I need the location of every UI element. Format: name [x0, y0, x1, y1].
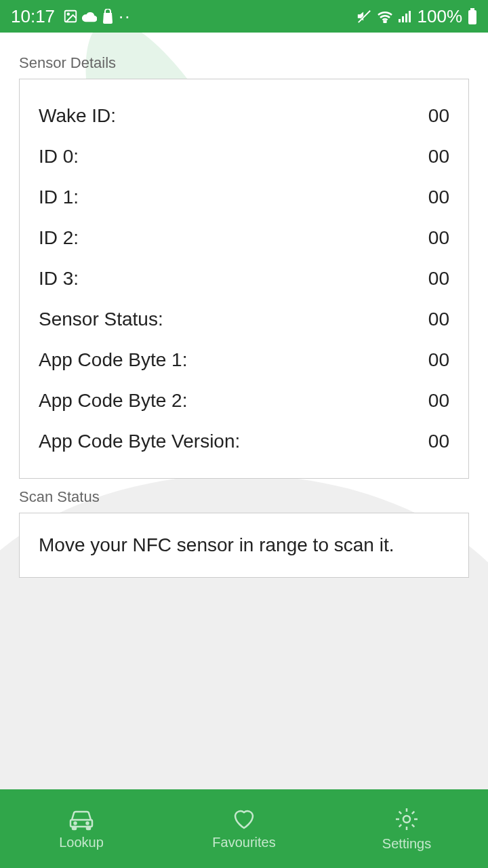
row-label: Sensor Status: — [39, 309, 163, 330]
nav-favourites[interactable]: Favourites — [163, 789, 325, 868]
battery-icon — [468, 8, 477, 24]
heart-icon — [230, 808, 258, 831]
row-value: 00 — [428, 186, 449, 208]
row-label: Wake ID: — [39, 105, 116, 127]
svg-point-1 — [67, 13, 69, 15]
svg-rect-8 — [409, 11, 411, 22]
row-value: 00 — [428, 431, 449, 452]
bottom-nav: Lookup Favourites Settings — [0, 789, 488, 868]
svg-rect-12 — [73, 827, 76, 829]
status-left-icons: ·· — [63, 6, 131, 27]
nav-settings[interactable]: Settings — [325, 789, 488, 868]
sensor-row-id-3: ID 3: 00 — [39, 258, 449, 299]
row-value: 00 — [428, 349, 449, 371]
scan-status-message: Move your NFC sensor in range to scan it… — [39, 534, 394, 555]
wifi-icon — [377, 9, 393, 23]
sensor-row-id-2: ID 2: 00 — [39, 218, 449, 258]
sensor-row-id-0: ID 0: 00 — [39, 136, 449, 177]
svg-point-4 — [384, 21, 386, 23]
svg-rect-13 — [87, 827, 90, 829]
bag-icon — [101, 9, 115, 24]
sensor-row-wake-id: Wake ID: 00 — [39, 96, 449, 136]
cloud-icon — [82, 10, 97, 22]
svg-rect-5 — [399, 19, 401, 22]
nav-label: Favourites — [212, 835, 275, 850]
row-label: ID 3: — [39, 268, 79, 290]
row-value: 00 — [428, 227, 449, 249]
row-value: 00 — [428, 268, 449, 290]
svg-rect-9 — [470, 8, 474, 10]
svg-point-16 — [403, 816, 410, 823]
sensor-details-card: Wake ID: 00 ID 0: 00 ID 1: 00 ID 2: 00 I… — [19, 79, 469, 479]
svg-rect-7 — [405, 14, 407, 22]
row-value: 00 — [428, 105, 449, 127]
row-label: ID 1: — [39, 186, 79, 208]
gear-icon — [394, 806, 420, 832]
sensor-row-app-code-2: App Code Byte 2: 00 — [39, 380, 449, 421]
mute-icon — [357, 9, 371, 24]
battery-percent: 100% — [418, 6, 463, 27]
sensor-row-app-code-version: App Code Byte Version: 00 — [39, 421, 449, 462]
nav-lookup[interactable]: Lookup — [0, 789, 163, 868]
row-value: 00 — [428, 390, 449, 412]
svg-point-15 — [87, 822, 89, 824]
sensor-details-label: Sensor Details — [19, 54, 469, 72]
car-icon — [68, 808, 95, 831]
row-label: ID 0: — [39, 146, 79, 167]
status-time: 10:17 — [11, 6, 55, 27]
row-label: App Code Byte Version: — [39, 431, 240, 452]
sensor-row-app-code-1: App Code Byte 1: 00 — [39, 340, 449, 380]
scan-status-card: Move your NFC sensor in range to scan it… — [19, 513, 469, 578]
svg-rect-6 — [402, 16, 404, 22]
status-bar: 10:17 ·· 100% — [0, 0, 488, 33]
sensor-row-status: Sensor Status: 00 — [39, 299, 449, 340]
row-value: 00 — [428, 309, 449, 330]
row-value: 00 — [428, 146, 449, 167]
svg-rect-10 — [468, 10, 476, 24]
nav-label: Lookup — [59, 835, 104, 850]
svg-point-14 — [75, 822, 77, 824]
scan-status-label: Scan Status — [19, 488, 469, 506]
row-label: App Code Byte 2: — [39, 390, 187, 412]
signal-icon — [399, 10, 412, 22]
row-label: App Code Byte 1: — [39, 349, 187, 371]
nav-label: Settings — [382, 836, 431, 852]
row-label: ID 2: — [39, 227, 79, 249]
sensor-row-id-1: ID 1: 00 — [39, 177, 449, 218]
image-icon — [63, 9, 78, 24]
